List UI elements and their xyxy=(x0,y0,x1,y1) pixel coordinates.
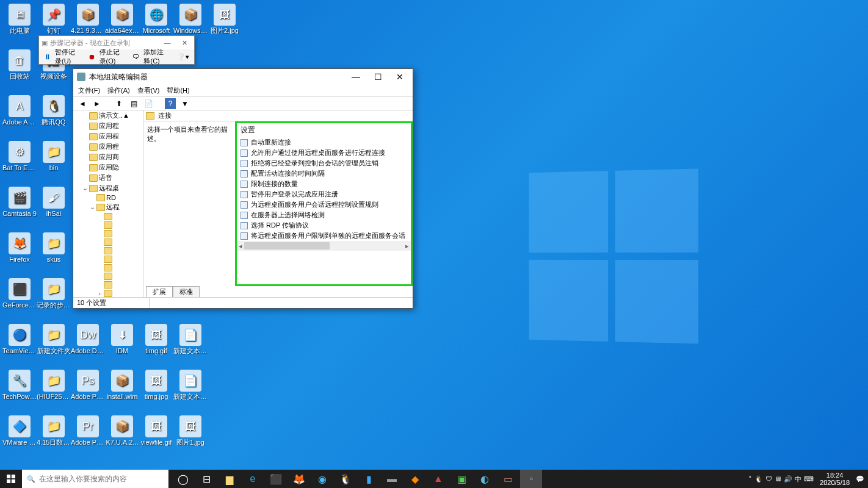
gpedit-menubar[interactable]: 文件(F)操作(A)查看(V)帮助(H) xyxy=(73,85,413,97)
qq-button[interactable]: 🐧 xyxy=(335,470,356,488)
desktop-icon[interactable]: 🗑回收站 xyxy=(2,48,37,94)
vscode-button[interactable]: ▮ xyxy=(358,470,380,488)
scroll-thumb[interactable] xyxy=(244,242,330,249)
tray-chevron-up-icon[interactable]: ˄ xyxy=(748,475,752,483)
menu-item[interactable]: 查看(V) xyxy=(137,86,160,95)
desktop-icon[interactable]: 🔷VMware Workstati... xyxy=(2,414,37,460)
gpedit-toolbar[interactable]: ◄ ► ⬆ ▤ 📄 ? ▼ xyxy=(73,97,413,110)
pause-record-button[interactable]: ⏸暂停记录(U) xyxy=(42,45,84,68)
desktop-icon[interactable]: 🔧TechPower GPU-Z xyxy=(2,368,37,414)
setting-row[interactable]: 为远程桌面服务用户会话远程控制设置规则 xyxy=(237,199,411,210)
menu-item[interactable]: 帮助(H) xyxy=(167,86,189,95)
steps-recorder-window[interactable]: ▣ 步骤记录器 - 现在正在录制 — ✕ ⏸暂停记录(U) ⏺停止记录(O) 🗨… xyxy=(38,35,195,65)
menu-item[interactable]: 操作(A) xyxy=(107,86,130,95)
tree-item[interactable] xyxy=(73,255,143,264)
tree-item[interactable] xyxy=(73,264,143,272)
desktop-icon[interactable]: DwAdobe Dreamwe... xyxy=(71,323,105,368)
taskbar[interactable]: 🔍 ◯ ⊟ ▆ e ⬛ 🦊 ◉ 🐧 ▮ ▬ ◆ ▲ ▣ ◐ ▭ ▫ ˄ 🐧 🛡 … xyxy=(0,470,868,488)
setting-row[interactable]: 在服务器上选择网络检测 xyxy=(237,210,411,220)
gpedit-settings-list[interactable]: 设置 自动重新连接允许用户通过使用远程桌面服务进行远程连接拒绝将已经登录到控制台… xyxy=(237,123,411,284)
tree-item[interactable]: 应用程 xyxy=(73,142,143,152)
gpedit-view-tabs[interactable]: 扩展标准 xyxy=(143,286,413,297)
desktop-icon[interactable]: 🖼timg.jpg xyxy=(139,368,173,414)
browser-button[interactable]: ◉ xyxy=(311,470,333,488)
start-button[interactable] xyxy=(0,470,22,488)
tree-item[interactable]: 应用商 xyxy=(73,152,143,162)
app-button-1[interactable]: ◆ xyxy=(404,470,426,488)
setting-row[interactable]: 将远程桌面服务用户限制到单独的远程桌面服务会话 xyxy=(237,231,411,241)
search-input[interactable] xyxy=(39,475,164,483)
desktop-icon[interactable]: ⬛GeForce Experience xyxy=(2,277,37,323)
forward-button[interactable]: ► xyxy=(92,98,103,109)
gpedit-window[interactable]: 本地组策略编辑器 — ☐ ✕ 文件(F)操作(A)查看(V)帮助(H) ◄ ► … xyxy=(73,68,413,309)
desktop-icon[interactable]: ⚙Bat To Exe Converter xyxy=(2,140,37,185)
taskbar-search[interactable]: 🔍 xyxy=(22,470,168,488)
scroll-right-arrow[interactable]: ▸ xyxy=(403,241,411,251)
file-explorer-button[interactable]: ▆ xyxy=(219,470,241,488)
terminal-button[interactable]: ▬ xyxy=(381,470,403,488)
tree-item[interactable] xyxy=(73,221,143,229)
close-button[interactable]: ✕ xyxy=(177,39,192,47)
desktop-icon[interactable]: PrAdobe Premie... xyxy=(71,414,105,460)
gpedit-taskbar[interactable]: ▫ xyxy=(520,470,542,488)
help-button[interactable]: ? xyxy=(165,98,176,109)
setting-row[interactable]: 选择 RDP 传输协议 xyxy=(237,220,411,231)
tray-qq-icon[interactable]: 🐧 xyxy=(754,475,763,483)
desktop-icon[interactable]: 🖌ihSai xyxy=(37,185,71,231)
store-button[interactable]: ⬛ xyxy=(265,470,287,488)
setting-row[interactable]: 暂停用户登录以完成应用注册 xyxy=(237,189,411,199)
action-center-icon[interactable]: 💬 xyxy=(856,475,864,483)
desktop-icon[interactable]: 🖥此电脑 xyxy=(2,2,37,48)
tray-ime-icon[interactable]: 中 xyxy=(795,475,801,484)
edge-button[interactable]: e xyxy=(242,470,264,488)
tree-item[interactable]: RD xyxy=(73,193,143,202)
close-button[interactable]: ✕ xyxy=(391,72,409,82)
tree-item[interactable]: ⌄远程桌 xyxy=(73,183,143,193)
horizontal-scrollbar[interactable]: ◂ ▸ xyxy=(237,241,411,251)
back-button[interactable]: ◄ xyxy=(77,98,88,109)
desktop-icon[interactable]: 📦K7.U.A.2... xyxy=(105,414,139,460)
desktop-icon[interactable]: 📁bin xyxy=(37,140,71,185)
expand-icon[interactable]: › xyxy=(96,290,103,297)
desktop-icon[interactable]: 🔵TeamViewer xyxy=(2,323,37,368)
tree-item[interactable]: 应用程 xyxy=(73,121,143,131)
tray-clock[interactable]: 18:24 2020/5/18 xyxy=(816,472,853,486)
show-hide-tree-button[interactable]: ▤ xyxy=(128,98,139,109)
tree-item[interactable]: 演示文..▲ xyxy=(73,110,143,121)
desktop-icon[interactable]: PsAdobe Photosh... xyxy=(71,368,105,414)
gpedit-tree-pane[interactable]: 演示文..▲应用程应用程应用程应用商应用隐语音⌄远程桌RD⌄远程› xyxy=(73,110,143,297)
app-button-4[interactable]: ◐ xyxy=(474,470,496,488)
app-button-2[interactable]: ▲ xyxy=(427,470,449,488)
desktop-icon[interactable]: 📄新建文本文档.jpg xyxy=(173,368,208,414)
desktop-icon[interactable]: AAdobe Acrobat DC xyxy=(2,94,37,140)
desktop-icon[interactable]: 🖼viewfile.gif xyxy=(139,414,173,460)
scroll-left-arrow[interactable]: ◂ xyxy=(237,241,244,251)
tree-item[interactable] xyxy=(73,238,143,246)
app-button-3[interactable]: ▣ xyxy=(450,470,472,488)
setting-row[interactable]: 限制连接的数量 xyxy=(237,179,411,189)
tree-item[interactable]: 语音 xyxy=(73,173,143,183)
setting-row[interactable]: 自动重新连接 xyxy=(237,137,411,148)
tray-security-icon[interactable]: 🛡 xyxy=(765,475,772,483)
expand-icon[interactable]: ⌄ xyxy=(82,184,88,192)
desktop-icon[interactable]: 🎬Camtasia 9 xyxy=(2,185,37,231)
menu-item[interactable]: 文件(F) xyxy=(78,86,100,95)
desktop-icon[interactable]: 🖼timg.gif xyxy=(139,323,173,368)
desktop-icon[interactable]: ⬇IDM xyxy=(105,323,139,368)
cortana-button[interactable]: ⊟ xyxy=(195,470,217,488)
steps-recorder-taskbar[interactable]: ▭ xyxy=(497,470,519,488)
stop-record-button[interactable]: ⏺停止记录(O) xyxy=(86,45,128,68)
tree-item[interactable] xyxy=(73,212,143,221)
tray-keyboard-icon[interactable]: ⌨ xyxy=(804,475,814,483)
setting-row[interactable]: 拒绝将已经登录到控制台会话的管理员注销 xyxy=(237,158,411,168)
desktop-icon[interactable]: 📁4.15日数条的扩充和恢复 xyxy=(37,414,71,460)
tree-item[interactable]: ⌄远程 xyxy=(73,202,143,212)
desktop-icon[interactable]: 🖼图片1.jpg xyxy=(173,414,208,460)
setting-row[interactable]: 允许用户通过使用远程桌面服务进行远程连接 xyxy=(237,148,411,158)
desktop-icon[interactable]: 📁记录的步骤files xyxy=(37,277,71,323)
view-tab[interactable]: 扩展 xyxy=(146,286,173,297)
desktop-icon[interactable]: 🐧腾讯QQ xyxy=(37,94,71,140)
add-comment-button[interactable]: 🗨添加注释(C) xyxy=(130,45,172,68)
desktop-icon[interactable]: 📁(HIUF25%... xyxy=(37,368,71,414)
export-list-button[interactable]: 📄 xyxy=(143,98,154,109)
